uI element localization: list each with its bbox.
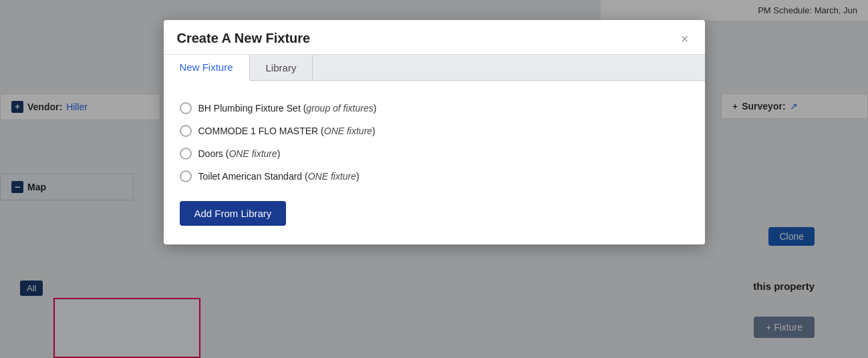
tab-new-fixture[interactable]: New Fixture [164,55,250,81]
radio-label-3: Toilet American Standard (ONE fixture) [198,171,359,182]
modal-overlay: Create A New Fixture × New Fixture Libra… [0,0,868,358]
modal-close-button[interactable]: × [678,32,692,45]
radio-option-2[interactable]: Doors (ONE fixture) [180,142,689,165]
modal-title: Create A New Fixture [177,31,311,46]
radio-option-3[interactable]: Toilet American Standard (ONE fixture) [180,165,689,188]
radio-option-1[interactable]: COMMODE 1 FLO MASTER (ONE fixture) [180,120,689,142]
radio-circle-3[interactable] [180,170,192,182]
tab-library[interactable]: Library [250,55,313,80]
radio-circle-2[interactable] [180,148,192,160]
modal-body: BH Plumbing Fixture Set (group of fixtur… [164,81,705,244]
modal-header: Create A New Fixture × [164,20,705,55]
radio-label-0: BH Plumbing Fixture Set (group of fixtur… [198,103,377,114]
radio-circle-1[interactable] [180,125,192,137]
create-fixture-modal: Create A New Fixture × New Fixture Libra… [164,20,705,244]
radio-option-0[interactable]: BH Plumbing Fixture Set (group of fixtur… [180,97,689,120]
radio-label-2: Doors (ONE fixture) [198,148,281,159]
modal-tabs: New Fixture Library [164,55,705,81]
add-from-library-button[interactable]: Add From Library [180,201,287,226]
radio-circle-0[interactable] [180,102,192,114]
radio-label-1: COMMODE 1 FLO MASTER (ONE fixture) [198,126,376,136]
